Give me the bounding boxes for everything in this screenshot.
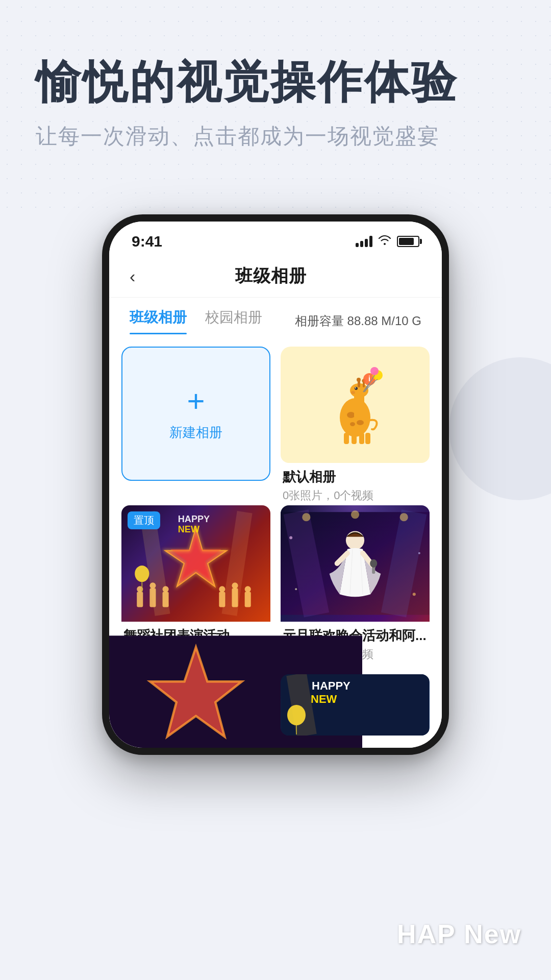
svg-point-19 <box>370 367 379 375</box>
svg-text:NEW: NEW <box>311 693 337 705</box>
hap-new-area: HAP New <box>367 888 551 980</box>
back-button[interactable]: ‹ <box>130 266 135 286</box>
svg-point-7 <box>355 387 356 388</box>
hero-title: 愉悦的视觉操作体验 <box>36 56 515 108</box>
svg-text:i: i <box>368 375 370 383</box>
svg-point-10 <box>357 378 361 382</box>
partial-card-1[interactable] <box>121 674 270 736</box>
svg-point-8 <box>351 391 355 394</box>
battery-icon <box>397 236 419 247</box>
phone-frame: 9:41 <box>102 214 449 755</box>
svg-point-60 <box>287 705 306 725</box>
phone-mockup: 9:41 <box>102 214 449 755</box>
hero-subtitle: 让每一次滑动、点击都成为一场视觉盛宴 <box>36 122 515 151</box>
svg-point-1 <box>347 412 355 418</box>
new-album-label: 新建相册 <box>169 424 222 442</box>
tab-bar: 班级相册 校园相册 相册容量 88.88 M/10 G <box>109 298 442 334</box>
svg-point-47 <box>370 559 377 568</box>
nav-title: 班级相册 <box>135 264 406 288</box>
svg-point-2 <box>357 420 364 425</box>
svg-point-54 <box>413 593 416 596</box>
bottom-row: HAPPY NEW <box>109 674 442 748</box>
tab-campus-album[interactable]: 校园相册 <box>205 308 262 334</box>
status-bar: 9:41 <box>109 222 442 255</box>
storage-label: 相册容量 <box>295 314 344 328</box>
storage-value: 88.88 M/10 G <box>347 314 421 328</box>
status-icons <box>356 234 419 249</box>
svg-point-3 <box>350 422 355 426</box>
wifi-icon <box>378 234 392 249</box>
svg-point-6 <box>355 387 358 390</box>
circle-decoration <box>449 357 551 500</box>
tab-class-album[interactable]: 班级相册 <box>130 308 187 334</box>
partial-card-2[interactable]: HAPPY NEW <box>281 674 430 736</box>
hap-new-text: HAP New <box>397 919 521 949</box>
nav-bar: ‹ 班级相册 <box>109 255 442 298</box>
svg-line-59 <box>296 674 307 736</box>
phone-screen: 9:41 <box>109 222 442 748</box>
svg-text:HAPPY: HAPPY <box>312 679 350 692</box>
storage-info: 相册容量 88.88 M/10 G <box>295 313 421 329</box>
svg-point-49 <box>400 513 408 521</box>
new-album-plus-icon: + <box>187 386 205 416</box>
svg-point-52 <box>418 552 420 554</box>
signal-icon <box>356 236 372 247</box>
svg-rect-16 <box>365 433 370 444</box>
hero-section: 愉悦的视觉操作体验 让每一次滑动、点击都成为一场视觉盛宴 <box>0 0 551 151</box>
pinned-badge: 置顶 <box>128 511 160 529</box>
status-time: 9:41 <box>132 233 162 250</box>
